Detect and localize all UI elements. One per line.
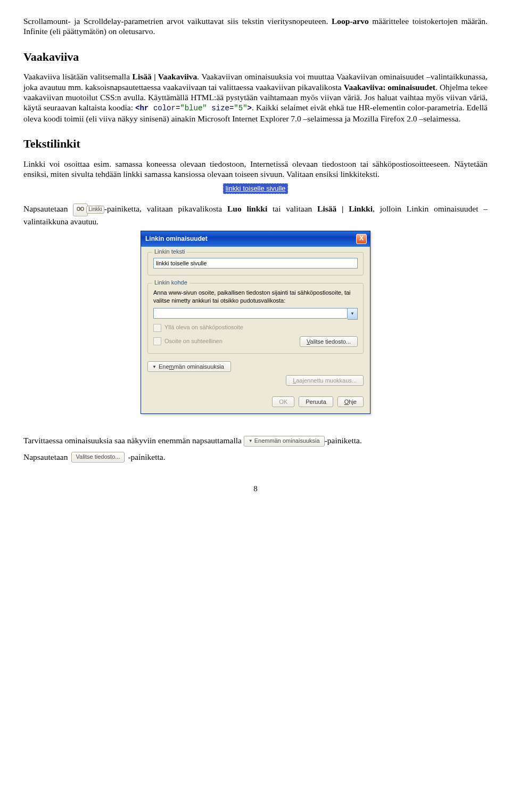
group-legend: Linkin kohde	[152, 279, 189, 287]
link-target-combo[interactable]	[153, 308, 348, 319]
paragraph-tekstilinkit-intro: Linkki voi osoittaa esim. samassa konees…	[23, 159, 488, 180]
checkbox-email: Yllä oleva on sähköpostiosoite	[153, 324, 358, 332]
group-link-text: Linkin teksti	[147, 252, 364, 275]
browse-file-button-inline[interactable]: Valitse tiedosto...	[71, 452, 125, 462]
menu-path: Lisää | Linkki	[317, 204, 373, 213]
group-link-target: Linkin kohde Anna www-sivun osoite, paik…	[147, 283, 364, 354]
close-icon[interactable]: X	[356, 234, 367, 244]
paragraph-vaakaviiva: Vaakaviiva lisätään valitsemalla Lisää |…	[23, 71, 488, 124]
checkbox-icon[interactable]	[153, 324, 161, 332]
menu-item: Vaakaviiva: ominaisuudet	[344, 83, 435, 92]
group-legend: Linkin teksti	[152, 248, 187, 256]
heading-tekstilinkit: Tekstilinkit	[23, 136, 488, 151]
more-properties-button[interactable]: ▼Enemmän ominaisuuksia	[147, 361, 231, 372]
code-snippet: <hr color="blue" size="5">	[135, 104, 252, 112]
link-toolbar-icon[interactable]	[73, 204, 88, 216]
paragraph-click-link-button: Napsautetaan Linkki-painiketta, valitaan…	[23, 204, 488, 226]
dialog-footer: OK Peruuta Ohje Ohje	[141, 392, 370, 413]
dialog-titlebar: Linkin ominaisuudet X	[141, 231, 370, 247]
group-help-text: Anna www-sivun osoite, paikallisen tiedo…	[153, 289, 358, 305]
link-text-input[interactable]	[153, 258, 358, 269]
text: -painiketta, valitaan pikavalikosta	[104, 204, 227, 213]
ok-button[interactable]: OK	[272, 396, 294, 407]
text-bold: Loop-arvo	[332, 17, 369, 26]
menu-path: Lisää | Vaakaviiva	[133, 72, 197, 81]
text: Vaakaviiva lisätään valitsemalla	[23, 72, 133, 81]
page-number: 8	[23, 484, 488, 494]
checkbox-label: Yllä oleva on sähköpostiosoite	[164, 324, 243, 331]
advanced-edit-button[interactable]: Laajennettu muokkaus...	[286, 375, 364, 386]
selected-linktext-sample: linkki toiselle sivulle	[23, 183, 488, 194]
cancel-button[interactable]: Peruuta	[299, 396, 333, 407]
menu-item: Luo linkki	[227, 204, 267, 213]
highlighted-text: linkki toiselle sivulle	[223, 183, 289, 194]
dialog-body: Linkin teksti Linkin kohde Anna www-sivu…	[141, 247, 370, 392]
link-toolbar-label[interactable]: Linkki	[86, 206, 104, 214]
checkbox-label: Osoite on suhteellinen	[164, 338, 222, 345]
text: Tarvittaessa ominaisuuksia saa näkyviin …	[23, 436, 244, 445]
heading-vaakaviiva: Vaakaviiva	[23, 50, 488, 64]
paragraph-more-properties: Tarvittaessa ominaisuuksia saa näkyviin …	[23, 435, 488, 446]
dialog-title: Linkin ominaisuudet	[145, 235, 208, 243]
text: -painiketta.	[128, 452, 165, 462]
paragraph-scroll: Scrollamount- ja Scrolldelay-parametrien…	[23, 16, 488, 37]
link-properties-dialog-wrap: Linkin ominaisuudet X Linkin teksti Link…	[23, 231, 488, 414]
checkbox-relative: Osoite on suhteellinen	[153, 337, 222, 345]
text: Napsautetaan	[23, 204, 73, 213]
checkbox-icon[interactable]	[153, 337, 161, 345]
help-button[interactable]: Ohje	[337, 396, 364, 407]
link-properties-dialog: Linkin ominaisuudet X Linkin teksti Link…	[141, 231, 370, 414]
text: Scrollamount- ja Scrolldelay-parametrien…	[23, 17, 332, 26]
text: tai valitaan	[267, 204, 317, 213]
browse-file-button[interactable]: VValitse tiedosto...alitse tiedosto...	[300, 336, 358, 347]
text: Napsautetaan	[23, 452, 68, 462]
more-properties-button-inline[interactable]: ▼Enemmän ominaisuuksia	[244, 436, 325, 446]
text: -painiketta.	[325, 436, 362, 445]
paragraph-click-browse: Napsautetaan Valitse tiedosto...-painike…	[23, 452, 488, 462]
combo-dropdown-icon[interactable]: ▼	[348, 308, 358, 320]
